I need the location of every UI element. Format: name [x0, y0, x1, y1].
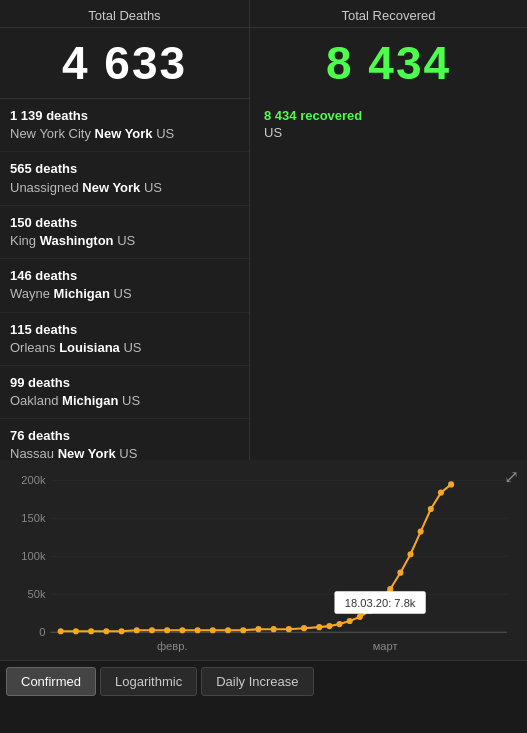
svg-point-13: [58, 628, 64, 634]
svg-point-39: [407, 551, 413, 557]
recovered-country: US: [264, 125, 513, 140]
svg-point-22: [195, 627, 201, 633]
deaths-total: 4 633: [0, 28, 249, 98]
svg-text:0: 0: [39, 626, 45, 638]
chart-section: ⤢ 200k 150k 100k 50k 0 февр. март: [0, 460, 527, 702]
death-list-item: 146 deathsWayne Michigan US: [0, 259, 249, 312]
death-list-item: 150 deathsKing Washington US: [0, 206, 249, 259]
death-list-item: 99 deathsOakland Michigan US: [0, 366, 249, 419]
svg-point-15: [88, 628, 94, 634]
svg-point-21: [179, 627, 185, 633]
svg-point-18: [134, 627, 140, 633]
svg-point-23: [210, 627, 216, 633]
deaths-panel: Total Deaths 4 633 1 139 deathsNew York …: [0, 0, 250, 460]
death-list-item: 115 deathsOrleans Louisiana US: [0, 313, 249, 366]
svg-point-40: [418, 529, 424, 535]
tab-logarithmic[interactable]: Logarithmic: [100, 667, 197, 696]
svg-point-16: [103, 628, 109, 634]
deaths-header: Total Deaths: [0, 0, 249, 28]
svg-point-31: [326, 623, 332, 629]
svg-point-14: [73, 628, 79, 634]
svg-text:150k: 150k: [21, 512, 46, 524]
recovered-total: 8 434: [250, 28, 527, 98]
svg-point-25: [240, 627, 246, 633]
svg-text:200k: 200k: [21, 474, 46, 486]
deaths-list[interactable]: 1 139 deathsNew York City New York US565…: [0, 98, 249, 460]
death-list-item: 565 deathsUnassigned New York US: [0, 152, 249, 205]
recovered-panel: Total Recovered 8 434 8 434 recovered US: [250, 0, 527, 460]
svg-point-20: [164, 627, 170, 633]
tab-daily-increase[interactable]: Daily Increase: [201, 667, 313, 696]
svg-point-38: [397, 570, 403, 576]
svg-point-43: [448, 481, 454, 487]
svg-text:февр.: февр.: [157, 640, 188, 652]
svg-text:март: март: [373, 640, 398, 652]
svg-point-34: [357, 614, 363, 620]
svg-point-19: [149, 627, 155, 633]
svg-point-30: [316, 624, 322, 630]
svg-point-17: [118, 628, 124, 634]
recovered-info: 8 434 recovered US: [250, 98, 527, 150]
death-list-item: 76 deathsNassau New York US: [0, 419, 249, 460]
svg-text:18.03.20: 7.8k: 18.03.20: 7.8k: [345, 597, 416, 609]
svg-point-24: [225, 627, 231, 633]
svg-point-33: [347, 618, 353, 624]
svg-point-42: [438, 490, 444, 496]
svg-point-26: [255, 626, 261, 632]
chart-svg: 200k 150k 100k 50k 0 февр. март: [10, 470, 517, 660]
svg-point-29: [301, 625, 307, 631]
svg-text:50k: 50k: [28, 588, 46, 600]
death-list-item: 1 139 deathsNew York City New York US: [0, 99, 249, 152]
tab-confirmed[interactable]: Confirmed: [6, 667, 96, 696]
svg-text:100k: 100k: [21, 550, 46, 562]
svg-point-41: [428, 506, 434, 512]
recovered-count-label: 8 434 recovered: [264, 108, 513, 123]
svg-point-28: [286, 626, 292, 632]
svg-point-27: [271, 626, 277, 632]
recovered-header: Total Recovered: [250, 0, 527, 28]
chart-tabs: Confirmed Logarithmic Daily Increase: [0, 660, 527, 702]
chart-container: 200k 150k 100k 50k 0 февр. март: [0, 460, 527, 660]
svg-point-32: [337, 621, 343, 627]
